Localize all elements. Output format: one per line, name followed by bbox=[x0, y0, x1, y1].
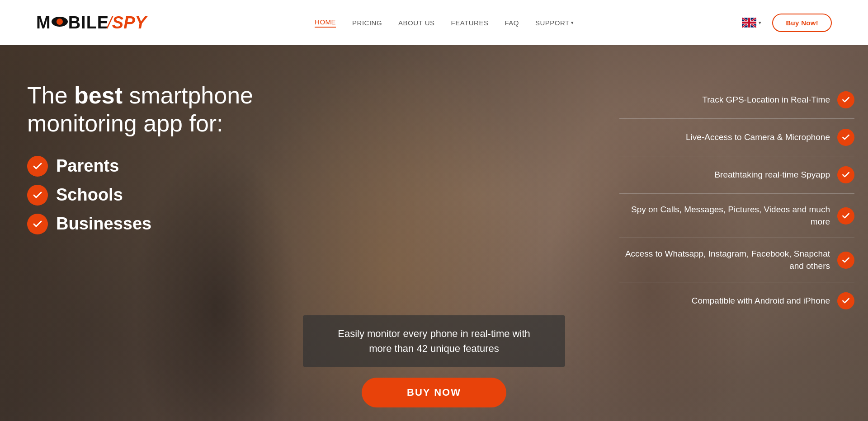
nav-about[interactable]: ABOUT US bbox=[398, 19, 434, 27]
parents-label: Parents bbox=[56, 156, 119, 176]
list-item-schools: Schools bbox=[27, 185, 289, 206]
list-item-businesses: Businesses bbox=[27, 214, 289, 234]
lang-chevron-icon: ▾ bbox=[759, 20, 761, 26]
headline-bold: best bbox=[74, 82, 123, 108]
nav-faq[interactable]: FAQ bbox=[505, 19, 519, 27]
hero-section: The best smartphone monitoring app for: … bbox=[0, 45, 868, 421]
feature-check-spyapp bbox=[837, 166, 854, 183]
feature-check-social bbox=[837, 252, 854, 269]
buy-now-header-button[interactable]: Buy Now! bbox=[772, 14, 832, 32]
logo-m: M bbox=[36, 13, 51, 33]
headline-part1: The bbox=[27, 82, 74, 108]
logo-bile: BILE bbox=[68, 13, 109, 33]
main-nav: HOME PRICING ABOUT US FEATURES FAQ SUPPO… bbox=[315, 18, 574, 28]
header-right: ▾ Buy Now! bbox=[742, 14, 832, 32]
header: M BILE / SPY HOME PRICING ABOUT US FEATU… bbox=[0, 0, 868, 45]
feature-row-spyapp: Breathtaking real-time Spyapp bbox=[619, 156, 854, 194]
schools-label: Schools bbox=[56, 185, 123, 205]
hero-center-text: Easily monitor every phone in real-time … bbox=[330, 326, 538, 356]
hero-center-box: Easily monitor every phone in real-time … bbox=[303, 315, 565, 367]
language-selector[interactable]: ▾ bbox=[742, 18, 761, 28]
logo-eye-icon bbox=[52, 17, 68, 27]
uk-flag-icon bbox=[742, 18, 756, 28]
hero-audience-list: Parents Schools Businesses bbox=[27, 156, 289, 234]
logo-spy: SPY bbox=[112, 13, 146, 33]
feature-row-compatible: Compatible with Android and iPhone bbox=[619, 282, 854, 319]
hero-content: The best smartphone monitoring app for: … bbox=[0, 45, 868, 421]
feature-check-camera bbox=[837, 129, 854, 146]
nav-pricing[interactable]: PRICING bbox=[352, 19, 382, 27]
feature-spyapp-text: Breathtaking real-time Spyapp bbox=[714, 169, 830, 181]
feature-row-calls: Spy on Calls, Messages, Pictures, Videos… bbox=[619, 194, 854, 238]
feature-calls-text: Spy on Calls, Messages, Pictures, Videos… bbox=[619, 204, 830, 228]
feature-row-camera: Live-Access to Camera & Microphone bbox=[619, 119, 854, 156]
feature-check-compatible bbox=[837, 292, 854, 309]
logo-slash: / bbox=[107, 13, 112, 33]
feature-compatible-text: Compatible with Android and iPhone bbox=[692, 295, 830, 307]
feature-row-social: Access to Whatsapp, Instagram, Facebook,… bbox=[619, 238, 854, 282]
nav-home[interactable]: HOME bbox=[315, 18, 336, 28]
nav-support[interactable]: SUPPORT ▾ bbox=[535, 19, 574, 27]
feature-social-text: Access to Whatsapp, Instagram, Facebook,… bbox=[619, 248, 830, 272]
chevron-down-icon: ▾ bbox=[571, 20, 574, 26]
feature-gps-text: Track GPS-Location in Real-Time bbox=[702, 94, 830, 106]
check-icon-parents bbox=[27, 156, 48, 177]
hero-left-panel: The best smartphone monitoring app for: … bbox=[27, 81, 289, 243]
list-item-parents: Parents bbox=[27, 156, 289, 177]
feature-camera-text: Live-Access to Camera & Microphone bbox=[686, 131, 830, 144]
logo[interactable]: M BILE / SPY bbox=[36, 13, 146, 33]
check-icon-businesses bbox=[27, 214, 48, 234]
buy-now-hero-button[interactable]: BUY NOW bbox=[362, 378, 506, 407]
nav-features[interactable]: FEATURES bbox=[451, 19, 489, 27]
feature-row-gps: Track GPS-Location in Real-Time bbox=[619, 81, 854, 119]
feature-check-gps bbox=[837, 91, 854, 108]
businesses-label: Businesses bbox=[56, 214, 151, 234]
hero-headline: The best smartphone monitoring app for: bbox=[27, 81, 289, 138]
feature-check-calls bbox=[837, 207, 854, 225]
check-icon-schools bbox=[27, 185, 48, 206]
hero-features-panel: Track GPS-Location in Real-Time Live-Acc… bbox=[619, 81, 854, 319]
